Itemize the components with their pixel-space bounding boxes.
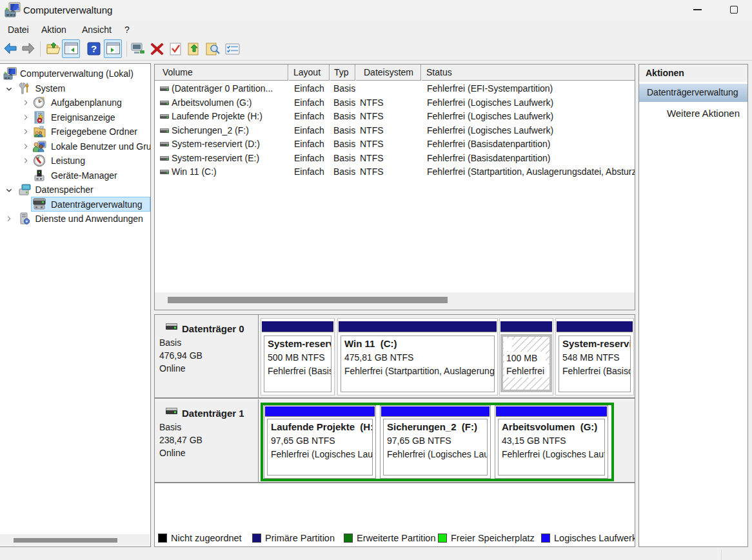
svg-text:?: ? [91,43,97,54]
